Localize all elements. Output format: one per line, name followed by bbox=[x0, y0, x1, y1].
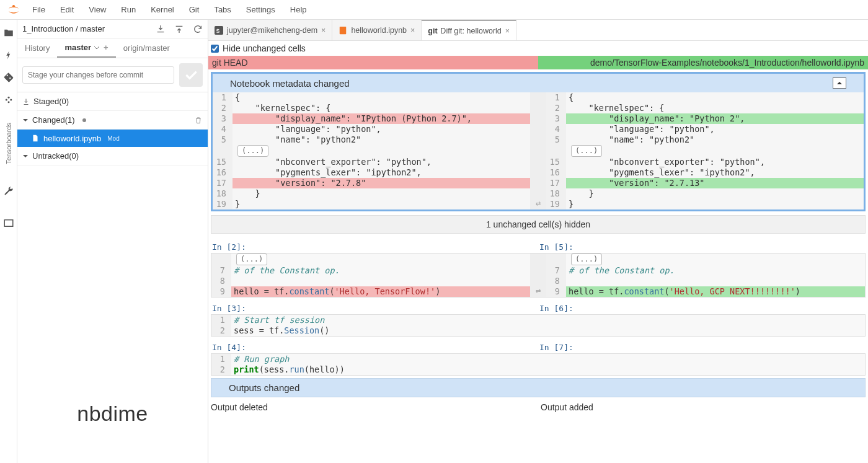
svg-point-2 bbox=[7, 97, 9, 99]
in-label-left: In [4]: bbox=[212, 343, 537, 352]
collapse-button[interactable] bbox=[833, 77, 846, 89]
untracked-label: Untracked(0) bbox=[32, 151, 79, 161]
metadata-left-pane: 1{2 "kernelspec": {3 "display_name": "IP… bbox=[213, 92, 530, 209]
in-label-left: In [2]: bbox=[212, 242, 537, 252]
cell3-body: 1# Start tf session2sess = tf.Session() bbox=[211, 315, 865, 336]
commands-icon[interactable] bbox=[3, 94, 14, 105]
commit-message-input[interactable] bbox=[22, 66, 174, 84]
repo-path: 1_Introduction / master bbox=[22, 24, 147, 33]
discard-icon[interactable] bbox=[194, 116, 203, 125]
tab-label: helloworld.ipynb bbox=[351, 26, 407, 35]
staged-section[interactable]: Staged(0) bbox=[17, 92, 208, 111]
notebook-icon bbox=[339, 26, 347, 35]
refresh-icon[interactable] bbox=[193, 24, 203, 34]
pull-icon[interactable] bbox=[156, 24, 166, 34]
untracked-section[interactable]: Untracked(0) bbox=[17, 147, 208, 165]
hidden-cells-banner[interactable]: 1 unchanged cell(s) hidden bbox=[211, 215, 866, 234]
diff-gutter: ⇄ bbox=[530, 92, 546, 209]
file-label: helloworld.ipynb bbox=[43, 134, 101, 143]
menu-help[interactable]: Help bbox=[283, 1, 314, 19]
menu-bar: FileEditViewRunKernelGitTabsSettingsHelp bbox=[0, 0, 868, 20]
svg-text:$: $ bbox=[216, 27, 220, 33]
commit-button[interactable] bbox=[179, 63, 203, 87]
tab-current-branch[interactable]: master + bbox=[57, 38, 115, 58]
tab-remote-branch[interactable]: origin/master bbox=[116, 38, 177, 58]
new-branch-icon[interactable]: + bbox=[104, 43, 108, 52]
tab-helloworld-ipynb[interactable]: helloworld.ipynb× bbox=[332, 20, 422, 40]
watermark: nbdime bbox=[17, 402, 208, 426]
terminal-icon: $ bbox=[215, 26, 223, 35]
close-icon[interactable]: × bbox=[410, 26, 415, 35]
menu-git[interactable]: Git bbox=[182, 1, 207, 19]
metadata-right-pane: 1{2 "kernelspec": {3 "display_name": "Py… bbox=[546, 92, 864, 209]
diff-header-right: demo/TensorFlow-Examples/notebooks/1_Int… bbox=[538, 56, 868, 69]
in-label-left: In [3]: bbox=[212, 304, 537, 313]
svg-point-4 bbox=[7, 101, 9, 103]
git-sidebar: 1_Introduction / master History master +… bbox=[17, 20, 208, 463]
changed-file[interactable]: helloworld.ipynb Mod bbox=[17, 130, 208, 147]
output-added-label: Output added bbox=[538, 400, 868, 415]
staged-label: Staged(0) bbox=[33, 97, 69, 106]
cell2-right: (...)7# of the Constant op.89hello = tf.… bbox=[546, 254, 865, 297]
tab-history[interactable]: History bbox=[17, 38, 57, 58]
svg-point-3 bbox=[10, 99, 12, 101]
output-deleted-label: Output deleted bbox=[208, 400, 538, 415]
file-badge: Mod bbox=[107, 135, 119, 142]
close-icon[interactable]: × bbox=[505, 27, 510, 35]
svg-point-1 bbox=[5, 99, 7, 101]
outputs-diff-section: Outputs changed bbox=[211, 378, 866, 397]
cell4-body: 1# Run graph2print(sess.run(hello)) bbox=[211, 354, 865, 375]
file-icon bbox=[31, 134, 40, 143]
push-icon[interactable] bbox=[174, 24, 184, 34]
folder-icon[interactable] bbox=[3, 27, 14, 38]
tab-diff-git-helloworld[interactable]: gitDiff git: helloworld× bbox=[422, 20, 516, 40]
commit-area bbox=[17, 58, 208, 92]
diff-header: git HEAD demo/TensorFlow-Examples/notebo… bbox=[208, 56, 868, 69]
menu-settings[interactable]: Settings bbox=[239, 1, 283, 19]
caret-down-icon bbox=[22, 117, 29, 123]
cell-diff-4: In [4]: In [7]: 1# Run graph2print(sess.… bbox=[211, 338, 866, 376]
tab-label: jupyter@mikehcheng-dem bbox=[227, 26, 317, 35]
changed-label: Changed(1) bbox=[32, 115, 75, 125]
hide-unchanged-label: Hide unchanged cells bbox=[223, 43, 306, 53]
sidebar-header: 1_Introduction / master bbox=[17, 20, 208, 38]
metadata-diff-section: Notebook metadata changed 1{2 "kernelspe… bbox=[211, 72, 866, 211]
menu-tabs[interactable]: Tabs bbox=[206, 1, 238, 19]
tab-label: Diff git: helloworld bbox=[440, 27, 501, 35]
document-tabs: $jupyter@mikehcheng-dem×helloworld.ipynb… bbox=[208, 20, 868, 41]
cell-diff-2: In [2]: In [5]: (...)7# of the Constant … bbox=[211, 237, 866, 298]
wrench-icon[interactable] bbox=[3, 185, 14, 196]
cell2-left: (...)7# of the Constant op.89hello = tf.… bbox=[211, 254, 530, 297]
git-icon: git bbox=[428, 27, 436, 35]
outputs-labels: Output deleted Output added bbox=[208, 400, 868, 415]
menu-kernel[interactable]: Kernel bbox=[143, 1, 182, 19]
menu-run[interactable]: Run bbox=[113, 1, 143, 19]
menu-edit[interactable]: Edit bbox=[53, 1, 81, 19]
changed-section[interactable]: Changed(1) bbox=[17, 111, 208, 130]
branch-tabs: History master + origin/master bbox=[17, 38, 208, 58]
close-icon[interactable]: × bbox=[321, 26, 326, 35]
in-label-right: In [6]: bbox=[539, 304, 864, 313]
svg-rect-7 bbox=[340, 26, 347, 33]
tabs-icon[interactable] bbox=[3, 218, 14, 229]
outputs-title: Outputs changed bbox=[229, 382, 299, 393]
hide-unchanged-checkbox[interactable] bbox=[211, 45, 219, 53]
diff-header-left: git HEAD bbox=[208, 56, 538, 69]
tab-jupyter-mikehcheng-dem[interactable]: $jupyter@mikehcheng-dem× bbox=[208, 20, 332, 40]
menu-file[interactable]: File bbox=[25, 1, 53, 19]
running-icon[interactable] bbox=[3, 50, 14, 61]
diff-view: Hide unchanged cells git HEAD demo/Tenso… bbox=[208, 41, 868, 463]
download-icon bbox=[22, 98, 30, 105]
in-label-right: In [7]: bbox=[539, 343, 864, 352]
tensorboards-tab[interactable]: Tensorboards bbox=[5, 123, 12, 164]
cell-diff-3: In [3]: In [6]: 1# Start tf session2sess… bbox=[211, 299, 866, 337]
menu-view[interactable]: View bbox=[81, 1, 113, 19]
current-branch-label: master bbox=[64, 43, 91, 52]
in-label-right: In [5]: bbox=[539, 242, 864, 252]
caret-down-icon bbox=[22, 153, 29, 159]
git-icon[interactable] bbox=[3, 72, 14, 83]
changed-bullet-icon bbox=[82, 118, 86, 122]
main-content: $jupyter@mikehcheng-dem×helloworld.ipynb… bbox=[208, 20, 868, 463]
jupyter-logo-icon bbox=[6, 2, 21, 17]
diff-gutter: ⇄ bbox=[530, 254, 546, 297]
